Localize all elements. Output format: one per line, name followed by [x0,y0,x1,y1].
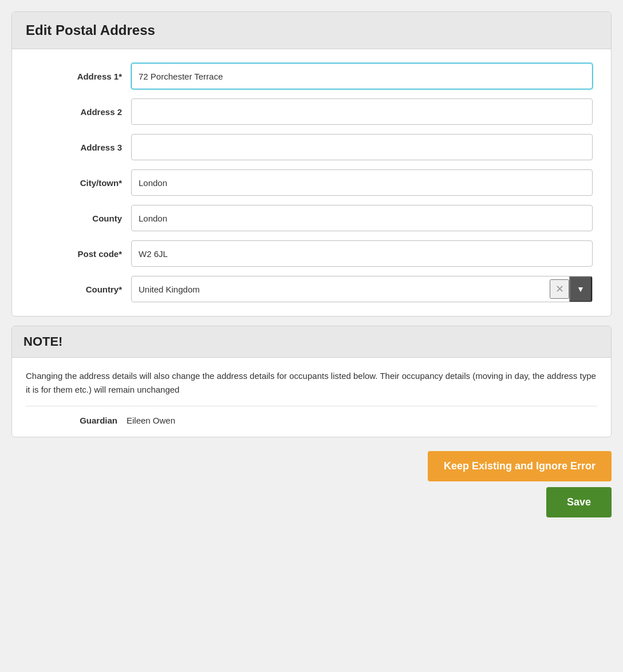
guardian-row: Guardian Eileen Owen [26,416,597,425]
page-title: Edit Postal Address [26,22,597,38]
note-body: Changing the address details will also c… [12,358,611,437]
country-select-wrapper: United Kingdom ✕ ▼ [131,276,593,302]
card-header: Edit Postal Address [12,12,611,49]
county-label: County [30,214,122,223]
note-title: NOTE! [23,334,600,349]
country-row: Country* United Kingdom ✕ ▼ [30,276,593,302]
address1-row: Address 1* [30,63,593,89]
address-card: Edit Postal Address Address 1* Address 2… [11,11,612,317]
city-row: City/town* [30,169,593,196]
note-card: NOTE! Changing the address details will … [11,326,612,437]
postcode-input[interactable] [131,240,593,267]
address3-row: Address 3 [30,134,593,160]
address1-input[interactable] [131,63,593,89]
address2-input[interactable] [131,98,593,125]
county-input[interactable] [131,205,593,231]
form-body: Address 1* Address 2 Address 3 City/town… [12,49,611,316]
city-input[interactable] [131,169,593,196]
buttons-section: Keep Existing and Ignore Error Save [11,446,612,522]
postcode-row: Post code* [30,240,593,267]
guardian-value: Eileen Owen [127,416,175,425]
note-header: NOTE! [12,326,611,358]
county-row: County [30,205,593,231]
address2-label: Address 2 [30,107,122,117]
country-label: Country* [30,284,122,294]
city-label: City/town* [30,178,122,188]
address1-label: Address 1* [30,72,122,81]
page-container: Edit Postal Address Address 1* Address 2… [11,11,612,522]
dropdown-icon: ▼ [577,284,585,294]
note-text: Changing the address details will also c… [26,369,597,406]
guardian-label: Guardian [26,416,117,425]
address3-label: Address 3 [30,143,122,152]
country-dropdown-button[interactable]: ▼ [569,276,592,302]
country-clear-button[interactable]: ✕ [550,279,569,299]
address2-row: Address 2 [30,98,593,125]
country-select-value: United Kingdom [132,280,550,299]
keep-existing-button[interactable]: Keep Existing and Ignore Error [428,451,612,481]
address3-input[interactable] [131,134,593,160]
clear-icon: ✕ [555,283,564,295]
save-button[interactable]: Save [546,487,612,517]
postcode-label: Post code* [30,249,122,259]
